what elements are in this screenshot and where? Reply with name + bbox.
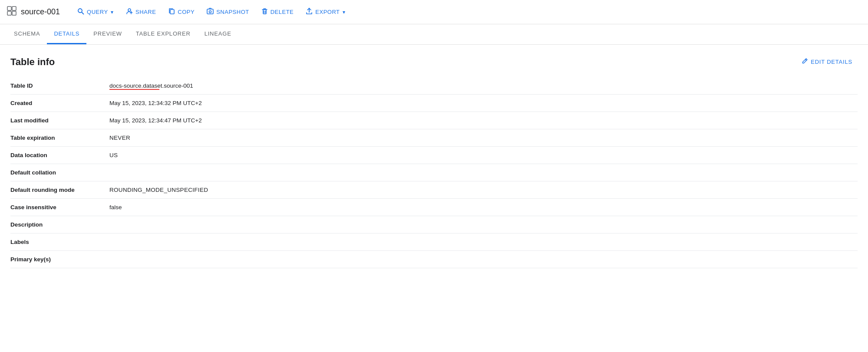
snapshot-label: SNAPSHOT: [216, 9, 249, 15]
table-row: Table ID docs-source.dataset.source-001: [10, 77, 858, 95]
table-id-value: docs-source.dataset.source-001: [109, 82, 193, 89]
row-value: [106, 234, 858, 251]
svg-rect-3: [12, 11, 16, 15]
table-row: Data location US: [10, 147, 858, 164]
tab-schema[interactable]: SCHEMA: [7, 24, 47, 44]
row-label: Data location: [10, 147, 106, 164]
tab-lineage[interactable]: LINEAGE: [198, 24, 238, 44]
table-row: Table expiration NEVER: [10, 129, 858, 147]
row-value: ROUNDING_MODE_UNSPECIFIED: [106, 181, 858, 199]
row-label: Default rounding mode: [10, 181, 106, 199]
row-label: Primary key(s): [10, 251, 106, 268]
share-button[interactable]: SHARE: [120, 5, 161, 19]
svg-line-16: [805, 59, 807, 61]
snapshot-button[interactable]: SNAPSHOT: [201, 5, 254, 19]
edit-details-label: EDIT DETAILS: [811, 59, 852, 65]
export-button[interactable]: EXPORT ▾: [300, 5, 350, 19]
export-icon: [306, 8, 313, 16]
table-row: Primary key(s): [10, 251, 858, 268]
row-value: May 15, 2023, 12:34:32 PM UTC+2: [106, 95, 858, 112]
row-label: Table ID: [10, 77, 106, 95]
delete-label: DELETE: [271, 9, 294, 15]
row-value: US: [106, 147, 858, 164]
row-label: Last modified: [10, 112, 106, 129]
query-icon: [77, 8, 84, 16]
copy-label: COPY: [178, 9, 195, 15]
row-value: [106, 216, 858, 234]
copy-icon: [168, 8, 175, 16]
row-label: Labels: [10, 234, 106, 251]
row-label: Case insensitive: [10, 199, 106, 216]
svg-rect-2: [7, 11, 11, 15]
row-label: Table expiration: [10, 129, 106, 147]
svg-rect-10: [170, 10, 174, 14]
copy-button[interactable]: COPY: [163, 5, 200, 19]
row-value: [106, 251, 858, 268]
row-label: Created: [10, 95, 106, 112]
toolbar: source-001 QUERY ▾: [0, 0, 868, 24]
query-chevron-icon: ▾: [111, 9, 114, 15]
table-row: Case insensitive false: [10, 199, 858, 216]
row-value: false: [106, 199, 858, 216]
main-content: Table info EDIT DETAILS Table ID docs-so…: [0, 45, 868, 279]
row-value: May 15, 2023, 12:34:47 PM UTC+2: [106, 112, 858, 129]
row-label: Default collation: [10, 164, 106, 181]
tabs-bar: SCHEMA DETAILS PREVIEW TABLE EXPLORER LI…: [0, 24, 868, 45]
toolbar-actions: QUERY ▾ SHARE: [72, 5, 861, 19]
edit-pencil-icon: [802, 58, 808, 66]
tab-table-explorer[interactable]: TABLE EXPLORER: [129, 24, 198, 44]
page-title: source-001: [21, 7, 60, 16]
section-title: Table info: [10, 56, 55, 68]
row-value: docs-source.dataset.source-001: [106, 77, 858, 95]
query-label: QUERY: [87, 9, 108, 15]
tab-details[interactable]: DETAILS: [47, 24, 86, 44]
section-header: Table info EDIT DETAILS: [10, 55, 858, 69]
table-row: Default collation: [10, 164, 858, 181]
svg-rect-13: [263, 10, 266, 14]
svg-rect-0: [7, 7, 11, 10]
export-label: EXPORT: [315, 9, 340, 15]
table-grid-icon: [7, 6, 17, 18]
table-row: Labels: [10, 234, 858, 251]
export-chevron-icon: ▾: [343, 9, 346, 15]
delete-icon: [261, 8, 268, 16]
row-value: [106, 164, 858, 181]
share-icon: [125, 8, 133, 16]
table-row: Created May 15, 2023, 12:34:32 PM UTC+2: [10, 95, 858, 112]
query-button[interactable]: QUERY ▾: [72, 5, 119, 19]
svg-point-6: [128, 9, 131, 11]
edit-details-button[interactable]: EDIT DETAILS: [796, 55, 858, 69]
svg-point-12: [209, 10, 211, 13]
tab-preview[interactable]: PREVIEW: [86, 24, 129, 44]
svg-rect-11: [207, 9, 213, 14]
delete-button[interactable]: DELETE: [256, 5, 299, 19]
info-table: Table ID docs-source.dataset.source-001 …: [10, 77, 858, 268]
table-row: Default rounding mode ROUNDING_MODE_UNSP…: [10, 181, 858, 199]
share-label: SHARE: [135, 9, 156, 15]
row-label: Description: [10, 216, 106, 234]
snapshot-icon: [207, 8, 214, 16]
table-row: Last modified May 15, 2023, 12:34:47 PM …: [10, 112, 858, 129]
table-row: Description: [10, 216, 858, 234]
toolbar-title-area: source-001: [7, 6, 60, 18]
svg-line-5: [82, 12, 84, 14]
svg-rect-1: [12, 7, 16, 10]
row-value: NEVER: [106, 129, 858, 147]
